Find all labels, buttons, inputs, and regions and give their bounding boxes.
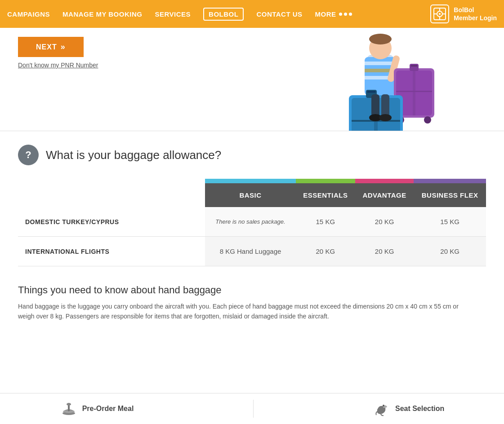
nav-bolbol[interactable]: BOLBOL	[203, 8, 244, 21]
nav-more-label: MORE	[315, 10, 336, 18]
member-name: BolBol	[454, 6, 497, 14]
hero-content: NEXT » Don't know my PNR Number	[18, 37, 98, 69]
col-header-basic: BASIC	[205, 183, 295, 207]
more-dots	[339, 13, 352, 16]
row-essentials: 20 KG	[296, 237, 355, 266]
col-bar-advantage	[355, 179, 414, 183]
nav-contact[interactable]: CONTACT US	[256, 10, 302, 18]
next-arrows: »	[61, 42, 66, 52]
svg-rect-18	[410, 64, 419, 71]
table-row: DOMESTIC TURKEY/CYPRUSThere is no sales …	[18, 207, 486, 237]
baggage-table: BASIC ESSENTIALS ADVANTAGE BUSINESS FLEX…	[18, 179, 486, 266]
row-advantage: 20 KG	[355, 237, 414, 266]
question-section: ? What is your baggage allowance?	[18, 145, 486, 165]
svg-point-13	[369, 34, 392, 44]
question-title: What is your baggage allowance?	[46, 148, 221, 162]
svg-rect-32	[371, 94, 379, 117]
col-header-empty	[18, 183, 205, 207]
row-label: INTERNATIONAL FLIGHTS	[18, 237, 205, 266]
hero-section: NEXT » Don't know my PNR Number	[0, 28, 504, 131]
col-bar-basic	[205, 179, 295, 183]
svg-rect-27	[367, 91, 375, 93]
dot-3	[349, 13, 352, 16]
nav-right: BolBol Member Login	[430, 4, 497, 23]
svg-point-35	[379, 114, 392, 121]
row-basic: There is no sales package.	[205, 207, 295, 237]
hand-baggage-description: Hand baggage is the luggage you carry on…	[18, 301, 459, 322]
svg-rect-33	[381, 94, 389, 117]
hero-image	[302, 28, 459, 131]
row-essentials: 15 KG	[296, 207, 355, 237]
dot-1	[339, 13, 342, 16]
main-content: ? What is your baggage allowance? BASIC …	[0, 131, 504, 335]
nav-services[interactable]: SERVICES	[155, 10, 191, 18]
row-label: DOMESTIC TURKEY/CYPRUS	[18, 207, 205, 237]
row-business: 15 KG	[414, 207, 486, 237]
table-row: INTERNATIONAL FLIGHTS8 KG Hand Luggage20…	[18, 237, 486, 266]
nav-more[interactable]: MORE	[315, 10, 352, 18]
col-empty	[18, 179, 205, 183]
svg-rect-19	[411, 65, 417, 66]
nav-left: CAMPAIGNS MANAGE MY BOOKING SERVICES BOL…	[7, 8, 352, 21]
dot-2	[344, 13, 347, 16]
col-header-essentials: ESSENTIALS	[296, 183, 355, 207]
svg-point-2	[439, 13, 441, 15]
next-label: NEXT	[36, 43, 57, 51]
svg-rect-21	[413, 71, 415, 115]
table-body: DOMESTIC TURKEY/CYPRUSThere is no sales …	[18, 207, 486, 266]
baggage-table-wrapper: BASIC ESSENTIALS ADVANTAGE BUSINESS FLEX…	[18, 179, 486, 266]
nav-manage[interactable]: MANAGE MY BOOKING	[62, 10, 142, 18]
member-sub: Member Login	[454, 14, 497, 22]
row-basic: 8 KG Hand Luggage	[205, 237, 295, 266]
col-bar-business	[414, 179, 486, 183]
hand-baggage-section: Things you need to know about hand bagga…	[18, 284, 486, 322]
question-icon: ?	[18, 145, 39, 165]
svg-point-23	[424, 116, 431, 124]
dont-know-pnr-link[interactable]: Don't know my PNR Number	[18, 62, 98, 69]
hand-baggage-title: Things you need to know about hand bagga…	[18, 284, 486, 296]
next-button[interactable]: NEXT »	[18, 37, 84, 57]
col-header-business: BUSINESS FLEX	[414, 183, 486, 207]
col-header-advantage: ADVANTAGE	[355, 183, 414, 207]
navbar: CAMPAIGNS MANAGE MY BOOKING SERVICES BOL…	[0, 0, 504, 28]
table-header-row: BASIC ESSENTIALS ADVANTAGE BUSINESS FLEX	[18, 183, 486, 207]
nav-campaigns[interactable]: CAMPAIGNS	[7, 10, 50, 18]
row-business: 20 KG	[414, 237, 486, 266]
col-bar-essentials	[296, 179, 355, 183]
table-color-row	[18, 179, 486, 183]
bolbol-logo-icon	[430, 4, 449, 23]
row-advantage: 20 KG	[355, 207, 414, 237]
member-login-text[interactable]: BolBol Member Login	[454, 6, 497, 22]
